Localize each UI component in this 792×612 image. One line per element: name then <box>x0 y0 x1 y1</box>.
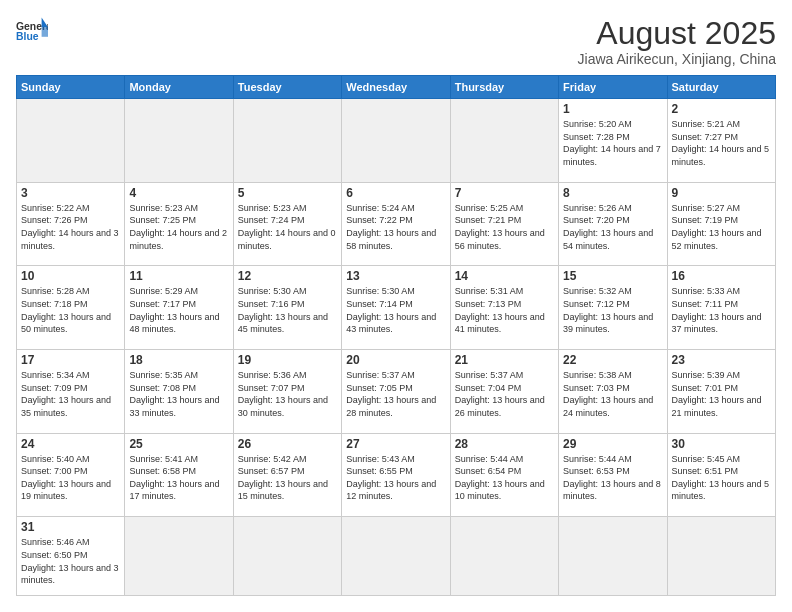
day-number: 14 <box>455 269 554 283</box>
weekday-header-saturday: Saturday <box>667 76 775 99</box>
day-info: Sunrise: 5:36 AM Sunset: 7:07 PM Dayligh… <box>238 369 337 419</box>
table-row <box>667 517 775 596</box>
day-info: Sunrise: 5:41 AM Sunset: 6:58 PM Dayligh… <box>129 453 228 503</box>
weekday-header-sunday: Sunday <box>17 76 125 99</box>
day-info: Sunrise: 5:38 AM Sunset: 7:03 PM Dayligh… <box>563 369 662 419</box>
day-info: Sunrise: 5:30 AM Sunset: 7:14 PM Dayligh… <box>346 285 445 335</box>
day-info: Sunrise: 5:45 AM Sunset: 6:51 PM Dayligh… <box>672 453 771 503</box>
day-number: 21 <box>455 353 554 367</box>
table-row: 16Sunrise: 5:33 AM Sunset: 7:11 PM Dayli… <box>667 266 775 350</box>
weekday-header-friday: Friday <box>559 76 667 99</box>
day-number: 5 <box>238 186 337 200</box>
day-number: 24 <box>21 437 120 451</box>
table-row: 27Sunrise: 5:43 AM Sunset: 6:55 PM Dayli… <box>342 433 450 517</box>
day-number: 29 <box>563 437 662 451</box>
weekday-header-monday: Monday <box>125 76 233 99</box>
table-row: 29Sunrise: 5:44 AM Sunset: 6:53 PM Dayli… <box>559 433 667 517</box>
day-number: 13 <box>346 269 445 283</box>
table-row: 26Sunrise: 5:42 AM Sunset: 6:57 PM Dayli… <box>233 433 341 517</box>
table-row: 28Sunrise: 5:44 AM Sunset: 6:54 PM Dayli… <box>450 433 558 517</box>
day-info: Sunrise: 5:32 AM Sunset: 7:12 PM Dayligh… <box>563 285 662 335</box>
title-block: August 2025 Jiawa Airikecun, Xinjiang, C… <box>578 16 776 67</box>
table-row: 12Sunrise: 5:30 AM Sunset: 7:16 PM Dayli… <box>233 266 341 350</box>
table-row: 6Sunrise: 5:24 AM Sunset: 7:22 PM Daylig… <box>342 182 450 266</box>
table-row: 9Sunrise: 5:27 AM Sunset: 7:19 PM Daylig… <box>667 182 775 266</box>
day-number: 31 <box>21 520 120 534</box>
table-row <box>125 99 233 183</box>
day-number: 12 <box>238 269 337 283</box>
day-number: 15 <box>563 269 662 283</box>
weekday-header-tuesday: Tuesday <box>233 76 341 99</box>
day-info: Sunrise: 5:46 AM Sunset: 6:50 PM Dayligh… <box>21 536 120 586</box>
day-info: Sunrise: 5:21 AM Sunset: 7:27 PM Dayligh… <box>672 118 771 168</box>
calendar-table: SundayMondayTuesdayWednesdayThursdayFrid… <box>16 75 776 596</box>
table-row <box>233 517 341 596</box>
table-row: 10Sunrise: 5:28 AM Sunset: 7:18 PM Dayli… <box>17 266 125 350</box>
logo: General Blue <box>16 16 48 44</box>
day-number: 10 <box>21 269 120 283</box>
table-row: 8Sunrise: 5:26 AM Sunset: 7:20 PM Daylig… <box>559 182 667 266</box>
table-row: 3Sunrise: 5:22 AM Sunset: 7:26 PM Daylig… <box>17 182 125 266</box>
day-number: 19 <box>238 353 337 367</box>
day-info: Sunrise: 5:37 AM Sunset: 7:05 PM Dayligh… <box>346 369 445 419</box>
table-row: 23Sunrise: 5:39 AM Sunset: 7:01 PM Dayli… <box>667 350 775 434</box>
table-row: 31Sunrise: 5:46 AM Sunset: 6:50 PM Dayli… <box>17 517 125 596</box>
day-number: 8 <box>563 186 662 200</box>
day-info: Sunrise: 5:33 AM Sunset: 7:11 PM Dayligh… <box>672 285 771 335</box>
table-row: 17Sunrise: 5:34 AM Sunset: 7:09 PM Dayli… <box>17 350 125 434</box>
day-number: 1 <box>563 102 662 116</box>
table-row: 15Sunrise: 5:32 AM Sunset: 7:12 PM Dayli… <box>559 266 667 350</box>
day-number: 30 <box>672 437 771 451</box>
table-row: 11Sunrise: 5:29 AM Sunset: 7:17 PM Dayli… <box>125 266 233 350</box>
day-info: Sunrise: 5:23 AM Sunset: 7:25 PM Dayligh… <box>129 202 228 252</box>
table-row <box>342 99 450 183</box>
day-number: 20 <box>346 353 445 367</box>
day-info: Sunrise: 5:24 AM Sunset: 7:22 PM Dayligh… <box>346 202 445 252</box>
day-info: Sunrise: 5:43 AM Sunset: 6:55 PM Dayligh… <box>346 453 445 503</box>
table-row: 19Sunrise: 5:36 AM Sunset: 7:07 PM Dayli… <box>233 350 341 434</box>
table-row: 18Sunrise: 5:35 AM Sunset: 7:08 PM Dayli… <box>125 350 233 434</box>
day-number: 9 <box>672 186 771 200</box>
day-number: 2 <box>672 102 771 116</box>
table-row: 21Sunrise: 5:37 AM Sunset: 7:04 PM Dayli… <box>450 350 558 434</box>
header: General Blue August 2025 Jiawa Airikecun… <box>16 16 776 67</box>
generalblue-icon: General Blue <box>16 16 48 44</box>
table-row: 7Sunrise: 5:25 AM Sunset: 7:21 PM Daylig… <box>450 182 558 266</box>
day-number: 7 <box>455 186 554 200</box>
svg-text:Blue: Blue <box>16 31 39 42</box>
day-number: 6 <box>346 186 445 200</box>
day-info: Sunrise: 5:44 AM Sunset: 6:53 PM Dayligh… <box>563 453 662 503</box>
day-info: Sunrise: 5:42 AM Sunset: 6:57 PM Dayligh… <box>238 453 337 503</box>
calendar-title: August 2025 <box>578 16 776 51</box>
day-number: 28 <box>455 437 554 451</box>
table-row: 4Sunrise: 5:23 AM Sunset: 7:25 PM Daylig… <box>125 182 233 266</box>
table-row <box>17 99 125 183</box>
day-info: Sunrise: 5:23 AM Sunset: 7:24 PM Dayligh… <box>238 202 337 252</box>
page: General Blue August 2025 Jiawa Airikecun… <box>0 0 792 612</box>
table-row <box>342 517 450 596</box>
calendar-subtitle: Jiawa Airikecun, Xinjiang, China <box>578 51 776 67</box>
weekday-header-wednesday: Wednesday <box>342 76 450 99</box>
day-info: Sunrise: 5:26 AM Sunset: 7:20 PM Dayligh… <box>563 202 662 252</box>
day-number: 26 <box>238 437 337 451</box>
day-info: Sunrise: 5:20 AM Sunset: 7:28 PM Dayligh… <box>563 118 662 168</box>
table-row: 20Sunrise: 5:37 AM Sunset: 7:05 PM Dayli… <box>342 350 450 434</box>
day-info: Sunrise: 5:40 AM Sunset: 7:00 PM Dayligh… <box>21 453 120 503</box>
table-row: 2Sunrise: 5:21 AM Sunset: 7:27 PM Daylig… <box>667 99 775 183</box>
table-row <box>450 99 558 183</box>
day-info: Sunrise: 5:31 AM Sunset: 7:13 PM Dayligh… <box>455 285 554 335</box>
day-info: Sunrise: 5:27 AM Sunset: 7:19 PM Dayligh… <box>672 202 771 252</box>
day-number: 18 <box>129 353 228 367</box>
day-info: Sunrise: 5:28 AM Sunset: 7:18 PM Dayligh… <box>21 285 120 335</box>
day-info: Sunrise: 5:34 AM Sunset: 7:09 PM Dayligh… <box>21 369 120 419</box>
day-number: 25 <box>129 437 228 451</box>
day-number: 22 <box>563 353 662 367</box>
day-info: Sunrise: 5:44 AM Sunset: 6:54 PM Dayligh… <box>455 453 554 503</box>
day-number: 3 <box>21 186 120 200</box>
table-row: 5Sunrise: 5:23 AM Sunset: 7:24 PM Daylig… <box>233 182 341 266</box>
day-info: Sunrise: 5:39 AM Sunset: 7:01 PM Dayligh… <box>672 369 771 419</box>
svg-marker-3 <box>42 27 48 37</box>
day-number: 23 <box>672 353 771 367</box>
table-row: 22Sunrise: 5:38 AM Sunset: 7:03 PM Dayli… <box>559 350 667 434</box>
table-row: 1Sunrise: 5:20 AM Sunset: 7:28 PM Daylig… <box>559 99 667 183</box>
